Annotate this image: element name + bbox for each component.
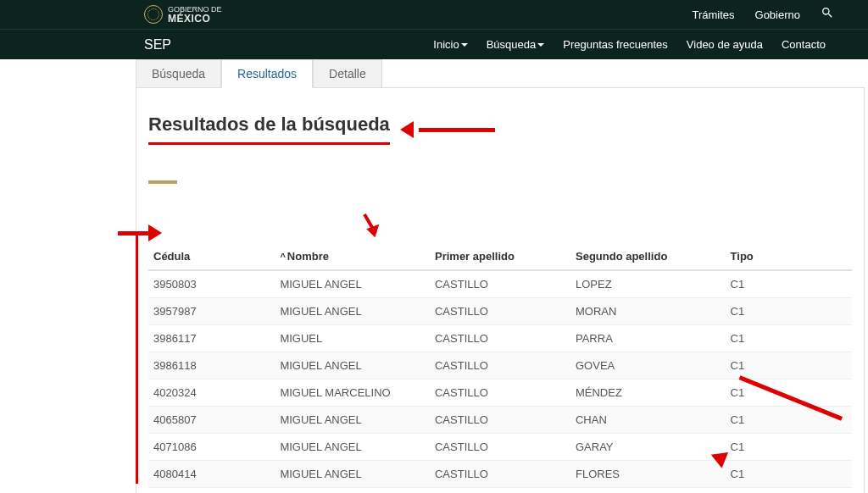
cell-tipo: C1 bbox=[726, 270, 852, 298]
cell-segundo: GOVEA bbox=[570, 352, 726, 379]
table-row[interactable]: 4080414MIGUEL ANGELCASTILLOFLORESC1 bbox=[148, 461, 852, 488]
col-nombre[interactable]: Nombre bbox=[275, 243, 430, 270]
annotation-arrow-icon bbox=[359, 208, 390, 236]
cell-primer: CASTILLO bbox=[430, 325, 570, 352]
cell-cedula: 3986117 bbox=[148, 325, 275, 352]
cell-primer: CASTILLO bbox=[430, 407, 570, 434]
col-tipo[interactable]: Tipo bbox=[726, 243, 852, 270]
cell-primer: CASTILLO bbox=[430, 352, 570, 379]
nav-inicio[interactable]: Inicio bbox=[433, 38, 467, 51]
seal-icon bbox=[144, 5, 163, 24]
cell-tipo: C1 bbox=[726, 488, 852, 494]
table-row[interactable]: 4071086MIGUEL ANGELCASTILLOGARAYC1 bbox=[148, 434, 852, 461]
cell-nombre: MIGUEL ANGEL bbox=[275, 407, 430, 434]
col-primer[interactable]: Primer apellido bbox=[430, 243, 570, 270]
cell-cedula: 4071086 bbox=[148, 434, 275, 461]
cell-cedula: 4080414 bbox=[148, 461, 275, 488]
chevron-down-icon bbox=[461, 43, 468, 47]
cell-tipo: C1 bbox=[726, 298, 852, 325]
cell-cedula: 3986118 bbox=[148, 352, 275, 379]
cell-primer: CASTILLO bbox=[430, 434, 570, 461]
topbar-tramites[interactable]: Trámites bbox=[692, 8, 734, 21]
divider-accent bbox=[148, 180, 177, 184]
table-row[interactable]: 3950803MIGUEL ANGELCASTILLOLOPEZC1 bbox=[148, 270, 852, 298]
gob-text: GOBIERNO DE MÉXICO bbox=[168, 6, 222, 24]
annotation-bar bbox=[136, 233, 138, 484]
results-table: Cédula Nombre Primer apellido Segundo ap… bbox=[148, 243, 852, 493]
cell-nombre: MIGUEL ANGEL bbox=[275, 270, 430, 298]
table-row[interactable]: 3957987MIGUEL ANGELCASTILLOMORANC1 bbox=[148, 298, 852, 325]
cell-segundo: FLORES bbox=[570, 461, 726, 488]
cell-primer: CASTILLO bbox=[430, 461, 570, 488]
cell-segundo: MORAN bbox=[570, 298, 726, 325]
cell-segundo: MENDEZ bbox=[570, 488, 726, 494]
cell-nombre: SERGIO MIGUEL bbox=[275, 488, 430, 494]
cell-cedula: 4091472 bbox=[148, 488, 275, 494]
nav-video[interactable]: Video de ayuda bbox=[687, 38, 763, 51]
cell-nombre: MIGUEL ANGEL bbox=[275, 298, 430, 325]
cell-primer: CASTILLO bbox=[430, 379, 570, 407]
nav-busqueda[interactable]: Búsqueda bbox=[487, 38, 545, 51]
cell-nombre: MIGUEL MARCELINO bbox=[275, 379, 430, 407]
cell-tipo: C1 bbox=[726, 325, 852, 352]
cell-tipo: C1 bbox=[726, 461, 852, 488]
cell-tipo: C1 bbox=[726, 352, 852, 379]
cell-segundo: PARRA bbox=[570, 325, 726, 352]
nav-contacto[interactable]: Contacto bbox=[782, 38, 826, 51]
cell-nombre: MIGUEL ANGEL bbox=[275, 352, 430, 379]
chevron-down-icon bbox=[537, 43, 544, 47]
cell-primer: CASTILLO bbox=[430, 488, 570, 494]
cell-segundo: CHAN bbox=[570, 407, 726, 434]
tab-busqueda[interactable]: Búsqueda bbox=[136, 59, 221, 87]
cell-segundo: LOPEZ bbox=[570, 270, 726, 298]
cell-primer: CASTILLO bbox=[430, 270, 570, 298]
cell-tipo: C1 bbox=[726, 407, 852, 434]
table-row[interactable]: 4091472SERGIO MIGUELCASTILLOMENDEZC1 bbox=[148, 488, 852, 494]
cell-segundo: GARAY bbox=[570, 434, 726, 461]
topbar-gobierno[interactable]: Gobierno bbox=[755, 8, 800, 21]
cell-nombre: MIGUEL ANGEL bbox=[275, 434, 430, 461]
cell-cedula: 4020324 bbox=[148, 379, 275, 407]
navbar-brand[interactable]: SEP bbox=[144, 37, 171, 53]
page-title: Resultados de la búsqueda bbox=[148, 114, 390, 145]
col-cedula[interactable]: Cédula bbox=[148, 243, 275, 270]
cell-cedula: 3950803 bbox=[148, 270, 275, 298]
table-row[interactable]: 3986118MIGUEL ANGELCASTILLOGOVEAC1 bbox=[148, 352, 852, 379]
table-row[interactable]: 4020324MIGUEL MARCELINOCASTILLOMÉNDEZC1 bbox=[148, 379, 852, 407]
cell-tipo: C1 bbox=[726, 379, 852, 407]
annotation-arrow-icon bbox=[402, 121, 495, 138]
col-segundo[interactable]: Segundo apellido bbox=[570, 243, 726, 270]
search-icon[interactable] bbox=[821, 6, 834, 23]
cell-nombre: MIGUEL ANGEL bbox=[275, 461, 430, 488]
nav-faq[interactable]: Preguntas frecuentes bbox=[563, 38, 668, 51]
cell-segundo: MÉNDEZ bbox=[570, 379, 726, 407]
cell-primer: CASTILLO bbox=[430, 298, 570, 325]
cell-cedula: 4065807 bbox=[148, 407, 275, 434]
annotation-arrow-icon bbox=[118, 224, 160, 241]
tab-resultados[interactable]: Resultados bbox=[221, 59, 313, 88]
gob-logo[interactable]: GOBIERNO DE MÉXICO bbox=[144, 5, 222, 24]
tab-detalle[interactable]: Detalle bbox=[313, 59, 382, 87]
table-row[interactable]: 4065807MIGUEL ANGELCASTILLOCHANC1 bbox=[148, 407, 852, 434]
table-row[interactable]: 3986117MIGUELCASTILLOPARRAC1 bbox=[148, 325, 852, 352]
cell-cedula: 3957987 bbox=[148, 298, 275, 325]
cell-nombre: MIGUEL bbox=[275, 325, 430, 352]
cell-tipo: C1 bbox=[726, 434, 852, 461]
